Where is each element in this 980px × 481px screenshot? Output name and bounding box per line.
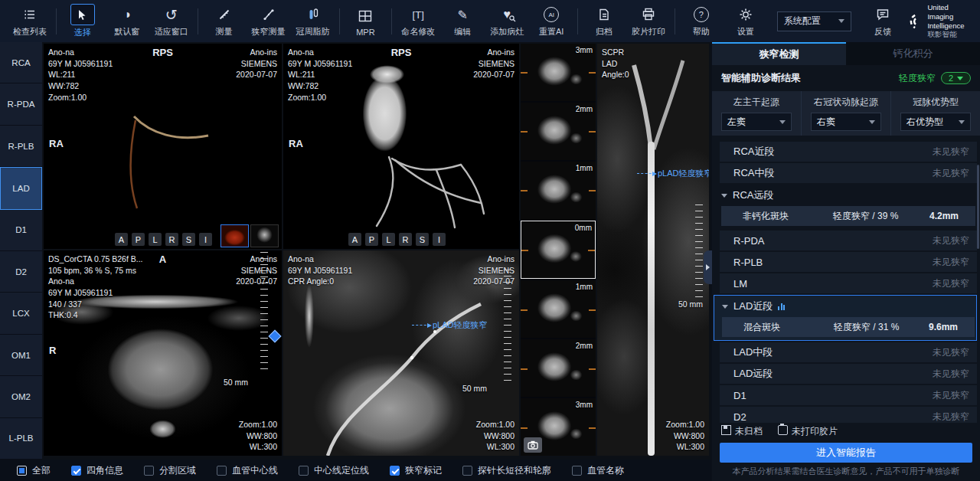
sidebar-item-lad[interactable]: LAD bbox=[0, 167, 42, 209]
dominance-dropdown[interactable]: 右优势型 bbox=[900, 113, 971, 131]
cpr-panel[interactable]: Ano-na 69Y M J05961191 CPR Angle:0 Ano-i… bbox=[283, 250, 519, 456]
orient-l-button[interactable]: L bbox=[382, 233, 395, 246]
cross-section-thumbnail[interactable]: 2mm bbox=[521, 339, 596, 397]
checkbox-centerline-locator[interactable]: 中心线定位线 bbox=[299, 464, 369, 477]
checkbox-segmentation-region[interactable]: 分割区域 bbox=[144, 464, 196, 477]
rename-button[interactable]: [T] 命名修改 bbox=[396, 5, 440, 38]
checkbox-vessel-centerline[interactable]: 血管中心线 bbox=[217, 464, 278, 477]
overlay-line: 69Y M J05961191 bbox=[288, 58, 352, 70]
segment-row-r-pda[interactable]: R-PDA 未见狭窄 bbox=[720, 231, 977, 250]
cross-section-thumbnail[interactable]: 3mm bbox=[521, 44, 596, 101]
sidebar-item-r-pda[interactable]: R-PDA bbox=[0, 83, 42, 125]
stenosis-measure-button[interactable]: 狭窄测量 bbox=[247, 5, 291, 38]
sidebar-item-d2[interactable]: D2 bbox=[0, 251, 42, 293]
axial-ct-panel[interactable]: DS_CorCTA 0.75 B26f B... 105 bpm, 36 % S… bbox=[44, 250, 282, 456]
default-window-button[interactable]: ◑ 默认窗 bbox=[105, 5, 149, 38]
origin-label: 左主干起源 bbox=[712, 96, 801, 109]
segment-row-rca-proximal[interactable]: RCA近段 未见狭窄 bbox=[720, 142, 977, 162]
orient-s-button[interactable]: S bbox=[182, 233, 195, 246]
orient-l-button[interactable]: L bbox=[149, 233, 162, 246]
orient-r-button[interactable]: R bbox=[399, 233, 412, 246]
orient-p-button[interactable]: P bbox=[132, 233, 145, 246]
exam-list-button[interactable]: 检查列表 bbox=[8, 5, 52, 38]
sidebar-item-d1[interactable]: D1 bbox=[0, 210, 42, 251]
checkbox-all[interactable]: 全部 bbox=[17, 464, 51, 477]
select-tool-button[interactable]: 选择 bbox=[60, 4, 105, 38]
enter-report-button[interactable]: 进入智能报告 bbox=[720, 443, 972, 463]
lesion-row[interactable]: 非钙化斑块 轻度狭窄 / 39 % 4.2mm bbox=[721, 206, 975, 226]
segment-row-d1[interactable]: D1 未见狭窄 bbox=[720, 385, 977, 405]
mpr-button[interactable]: MPR bbox=[343, 6, 387, 37]
segment-row-r-plb[interactable]: R-PLB 未见狭窄 bbox=[720, 252, 977, 272]
cross-section-thumbnail[interactable]: 1mm bbox=[521, 280, 596, 338]
sidebar-item-om2[interactable]: OM2 bbox=[0, 376, 42, 417]
cross-section-thumbnail[interactable]: 2mm bbox=[521, 103, 596, 160]
system-config-dropdown[interactable]: 系统配置 bbox=[777, 11, 851, 31]
archive-button[interactable]: 归档 bbox=[582, 5, 626, 38]
orient-a-button[interactable]: A bbox=[348, 233, 361, 246]
printer-icon bbox=[637, 5, 660, 25]
segment-group-lad-proximal-selected[interactable]: LAD近段 混合斑块 轻度狭窄 / 31 % 9.6mm bbox=[714, 295, 977, 341]
tab-calcium-score[interactable]: 钙化积分 bbox=[846, 42, 980, 65]
vr-preset-heart-thumbnail[interactable] bbox=[220, 224, 249, 247]
stenosis-annotation[interactable]: pLAD轻度狭窄 bbox=[637, 168, 709, 179]
orient-r-button[interactable]: R bbox=[165, 233, 178, 246]
scrollbar-thumb[interactable] bbox=[977, 165, 979, 249]
tab-stenosis-detection[interactable]: 狭窄检测 bbox=[712, 42, 846, 65]
snapshot-button[interactable] bbox=[524, 437, 542, 453]
segment-row-lm[interactable]: LM 未见狭窄 bbox=[720, 273, 977, 293]
checkbox-vessel-name[interactable]: 血管名称 bbox=[572, 464, 624, 477]
sidebar-item-l-plb[interactable]: L-PLB bbox=[0, 418, 42, 460]
cross-section-thumbnail[interactable]: 1mm bbox=[521, 162, 596, 219]
scpr-panel[interactable]: SCPR LAD Angle:0 pLAD轻度狭窄 50 mm Zoom:1.0… bbox=[597, 44, 709, 456]
segment-group-rca-distal[interactable]: RCA远段 非钙化斑块 轻度狭窄 / 39 % 4.2mm bbox=[714, 185, 977, 229]
help-button[interactable]: ? 帮助 bbox=[679, 5, 724, 38]
panel-collapse-handle[interactable] bbox=[704, 250, 712, 284]
segment-row-rca-mid[interactable]: RCA中段 未见狭窄 bbox=[720, 163, 977, 183]
vr-preset-vessel-thumbnail[interactable] bbox=[250, 224, 279, 247]
checkbox-probe-axes-contour[interactable]: 探针长短径和轮廓 bbox=[462, 464, 551, 477]
segment-group-header[interactable]: LAD近段 bbox=[714, 297, 976, 316]
sidebar-item-lcx[interactable]: LCX bbox=[0, 293, 42, 334]
segment-row-lad-mid[interactable]: LAD中段 未见狭窄 bbox=[720, 342, 977, 362]
settings-button[interactable]: 设置 bbox=[724, 5, 768, 38]
lesion-row-selected[interactable]: 混合斑块 轻度狭窄 / 31 % 9.6mm bbox=[722, 317, 975, 337]
vr-3d-panel[interactable]: Ano-na 69Y M J05961191 WL:211 WW:782 Zoo… bbox=[44, 44, 282, 249]
edit-button[interactable]: ✎ 编辑 bbox=[440, 5, 485, 38]
overlay-line: Zoom:1.00 bbox=[288, 92, 352, 103]
study-info-overlay: Ano-ins SIEMENS 2020-07-07 bbox=[236, 47, 277, 80]
checkbox-corner-info[interactable]: 四角信息 bbox=[71, 464, 123, 477]
feedback-button[interactable]: 反馈 bbox=[861, 5, 905, 38]
orient-i-button[interactable]: I bbox=[199, 233, 212, 246]
film-print-button[interactable]: 胶片打印 bbox=[626, 5, 671, 38]
segment-status: 未见狭窄 bbox=[933, 346, 969, 359]
overlay-line: WL:211 bbox=[48, 69, 113, 80]
chart-icon[interactable] bbox=[778, 303, 785, 310]
sidebar-item-r-plb[interactable]: R-PLB bbox=[0, 126, 42, 167]
checkbox-label: 中心线定位线 bbox=[314, 464, 369, 477]
severity-summary[interactable]: 轻度狭窄 2 bbox=[899, 72, 971, 85]
rca-origin-dropdown[interactable]: 右窦 bbox=[811, 113, 881, 131]
orient-s-button[interactable]: S bbox=[416, 233, 429, 246]
sidebar-item-rca[interactable]: RCA bbox=[0, 42, 42, 83]
segment-row-d2[interactable]: D2 未见狭窄 bbox=[720, 407, 977, 423]
reset-ai-button[interactable]: AI 重置AI bbox=[529, 5, 573, 38]
segment-row-lad-distal[interactable]: LAD远段 未见狭窄 bbox=[720, 364, 977, 384]
mip-panel[interactable]: Ano-na 69Y M J05961191 WL:211 WW:782 Zoo… bbox=[283, 44, 519, 249]
orient-a-button[interactable]: A bbox=[115, 233, 128, 246]
severity-count-dropdown[interactable]: 2 bbox=[941, 72, 971, 84]
segment-group-header[interactable]: RCA远段 bbox=[714, 186, 977, 205]
orient-i-button[interactable]: I bbox=[433, 233, 446, 246]
sidebar-item-om1[interactable]: OM1 bbox=[0, 335, 42, 376]
cross-section-thumbnail-selected[interactable]: 0mm bbox=[521, 221, 596, 280]
segment-name: LAD远段 bbox=[733, 367, 773, 381]
add-lesion-button[interactable]: ♥ 添加病灶 bbox=[485, 5, 529, 38]
lm-origin-dropdown[interactable]: 左窦 bbox=[721, 113, 792, 131]
stenosis-annotation[interactable]: pLAD轻度狭窄 bbox=[412, 319, 488, 331]
fit-window-button[interactable]: ↺ 适应窗口 bbox=[149, 5, 194, 38]
measure-button[interactable]: 测量 bbox=[202, 5, 247, 38]
dropdown-value: 左窦 bbox=[727, 116, 746, 129]
pericoronary-fat-button[interactable]: 冠周脂肪 bbox=[291, 5, 335, 38]
checkbox-stenosis-marker[interactable]: 狭窄标记 bbox=[390, 464, 442, 477]
orient-p-button[interactable]: P bbox=[365, 233, 378, 246]
